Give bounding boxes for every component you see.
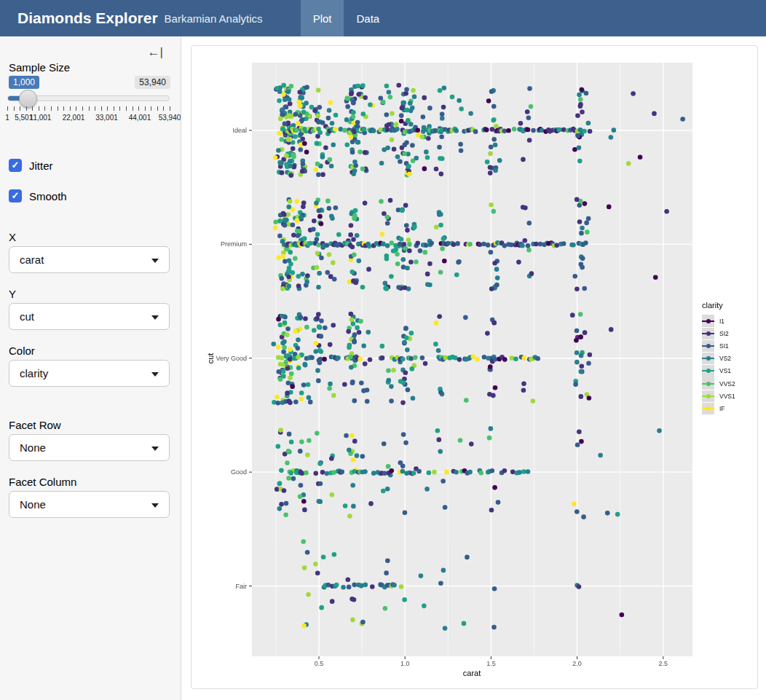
y-tick-label: Fair [192,583,247,590]
legend-point-icon [706,406,711,411]
facet-column-select-value: None [20,498,46,511]
nav-tabs: Plot Data [301,0,392,36]
legend-point-icon [706,382,711,386]
slider-tick [170,106,170,111]
slider-tick [58,106,58,111]
legend-entry: I1 [702,315,759,327]
sidebar: ←| Sample Size 1,000 53,940 15,50111,001… [0,36,181,700]
slider-tick-labels: 15,50111,00122,00133,00144,00153,940 [7,114,170,122]
facet-column-select[interactable]: None [9,491,170,518]
slider-tick [82,106,83,111]
y-select-label: Y [9,288,16,300]
color-select-label: Color [9,345,35,357]
scatter-plot-canvas [192,46,757,688]
legend-key-swatch [702,328,714,339]
slider-tick [119,106,120,111]
y-tick-label: Good [192,468,247,476]
facet-column-select-label: Facet Column [9,476,76,488]
legend-key-swatch [702,365,714,377]
y-axis-title: cut [206,353,215,364]
slider-tick [39,106,39,111]
slider-tick [70,106,71,111]
color-select[interactable]: clarity [9,360,170,387]
slider-handle[interactable] [19,90,37,108]
legend-key-swatch [702,403,714,414]
legend-entry-label: VVS2 [719,380,735,388]
plot-card: IdealPremiumVery GoodGoodFair 0.51.01.52… [191,45,758,689]
y-select-value: cut [20,310,34,323]
legend-entry-label: SI1 [719,342,729,350]
app-title: Diamonds Explorer [17,9,158,27]
slider-tick [145,106,146,111]
y-tick-label: Ideal [192,127,247,134]
slider-tick [76,106,76,111]
slider-tick [51,106,52,111]
legend-entry-label: I1 [719,318,724,325]
slider-tick [89,106,90,111]
legend-entry: SI2 [702,327,759,339]
y-select[interactable]: cut [9,303,170,330]
x-select-label: X [9,231,16,243]
legend-point-icon [706,331,711,336]
smooth-checkbox-label: Smooth [29,190,67,202]
slider-tick-label: 44,001 [129,114,151,122]
legend-entry: IF [702,402,759,414]
slider-tick [133,106,133,111]
slider-tick [26,106,27,111]
legend-entry-label: SI2 [719,330,729,337]
slider-tick [163,106,164,111]
slider-tick [151,106,151,111]
slider-tick [126,106,127,111]
legend-point-icon [706,356,711,361]
jitter-checkbox-label: Jitter [29,160,53,172]
legend-point-icon [706,319,711,323]
x-select-value: carat [20,253,44,266]
app-header: Diamonds Explorer Barkamian Analytics Pl… [0,0,766,36]
legend-key-swatch [702,377,714,389]
slider-tick [101,106,102,111]
smooth-checkbox[interactable]: ✓ [9,189,22,202]
slider-tick [20,106,20,111]
smooth-checkbox-row[interactable]: ✓ Smooth [9,189,67,202]
legend-entry-label: VS1 [719,367,731,374]
legend-key-swatch [702,390,714,402]
slider-tick [14,106,15,111]
sample-size-label: Sample Size [9,61,70,74]
slider-tick [95,106,95,111]
legend-key-swatch [702,315,714,326]
slider-tick-label: 1 [5,114,9,122]
slider-tick [63,106,64,111]
jitter-checkbox[interactable]: ✓ [9,159,22,172]
x-tick-label: 1.0 [400,660,410,667]
slider-value-badge: 1,000 [9,76,39,89]
facet-row-select[interactable]: None [9,434,170,461]
jitter-checkbox-row[interactable]: ✓ Jitter [9,159,53,172]
facet-row-select-label: Facet Row [9,419,61,431]
slider-tick-label: 53,940 [159,114,181,122]
x-select[interactable]: carat [9,246,170,273]
collapse-sidebar-icon[interactable]: ←| [148,45,163,60]
sample-size-slider[interactable] [7,95,170,101]
slider-tick [44,106,45,111]
slider-tick [138,106,139,111]
y-tick-label: Premium [192,240,247,248]
chevron-down-icon [151,447,159,451]
legend-entry: VVS1 [702,390,759,402]
slider-tick-ruler [7,106,170,111]
plot-legend: clarity I1SI2SI1VS2VS1VVS2VVS1IF [702,301,759,415]
legend-entry: VS1 [702,365,759,377]
legend-key-swatch [702,340,714,352]
slider-tick [107,106,108,111]
x-tick-label: 2.5 [659,660,668,667]
x-tick-label: 2.0 [572,660,582,667]
legend-entry: VVS2 [702,377,759,390]
slider-tick-label: 11,001 [30,114,52,122]
slider-tick [7,106,8,111]
tab-plot[interactable]: Plot [301,0,344,36]
slider-tick [157,106,158,111]
app-subtitle: Barkamian Analytics [165,12,263,25]
slider-tick [32,106,33,111]
chevron-down-icon [151,259,159,263]
tab-data[interactable]: Data [344,0,392,36]
legend-entry-label: VVS1 [719,393,735,400]
